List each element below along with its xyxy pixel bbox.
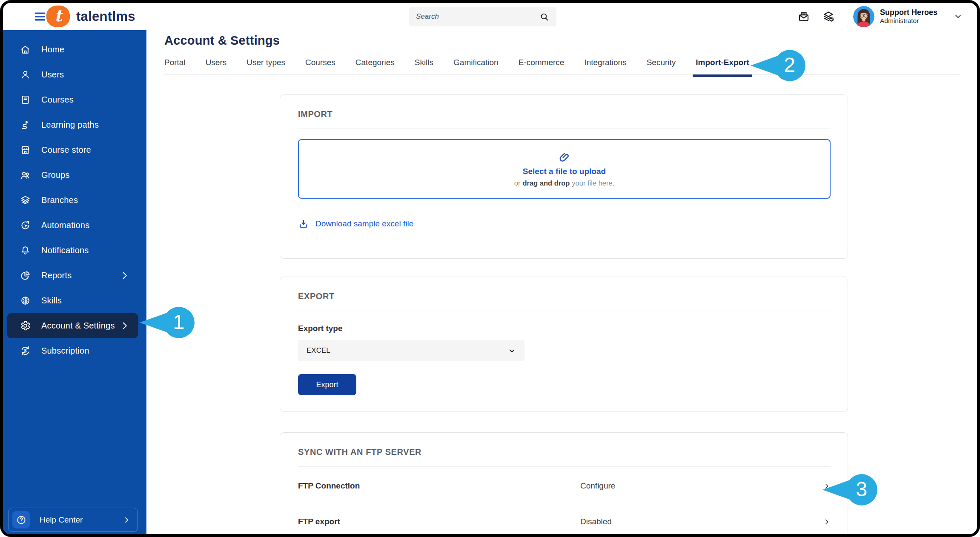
sidebar-item-learning-paths[interactable]: Learning paths <box>7 112 138 137</box>
sidebar-item-label: Branches <box>41 195 78 205</box>
tab-categories[interactable]: Categories <box>355 58 395 67</box>
sidebar-item-label: Learning paths <box>41 120 99 130</box>
import-card: IMPORT Select a file to upload or drag a… <box>280 94 848 259</box>
sidebar-item-label: Course store <box>41 145 91 155</box>
talentlms-logo-text: talentlms <box>76 9 135 24</box>
sidebar-item-reports[interactable]: Reports <box>7 263 138 288</box>
courses-icon <box>20 94 31 106</box>
tab-import-export[interactable]: Import-Export <box>696 58 749 67</box>
sidebar-nav: HomeUsersCoursesLearning pathsCourse sto… <box>3 30 146 363</box>
tab-security[interactable]: Security <box>647 58 676 67</box>
course-store-icon <box>20 144 31 156</box>
search-icon[interactable] <box>539 11 550 22</box>
topbar-actions: Support Heroes Administrator <box>797 3 977 30</box>
sidebar-item-groups[interactable]: Groups <box>7 163 138 188</box>
svg-text:$: $ <box>24 348 27 353</box>
tab-gamification[interactable]: Gamification <box>453 58 499 67</box>
sidebar-item-notifications[interactable]: Notifications <box>7 238 138 263</box>
sidebar-item-home[interactable]: Home <box>7 37 138 62</box>
ftp-rows: FTP ConnectionConfigureFTP exportDisable… <box>298 481 831 526</box>
sidebar-item-label: Notifications <box>41 246 89 255</box>
upload-hint-rest: your file here. <box>572 179 614 187</box>
search-bar[interactable] <box>409 7 556 26</box>
sidebar-item-label: Account & Settings <box>41 321 115 331</box>
search-input[interactable] <box>416 12 539 21</box>
branches-icon <box>20 194 31 206</box>
sidebar-item-label: Users <box>41 70 64 80</box>
tab-portal[interactable]: Portal <box>164 58 186 67</box>
user-identity: Support Heroes Administrator <box>880 8 948 25</box>
help-center-button[interactable]: Help Center <box>8 508 138 532</box>
sidebar-item-label: Automations <box>41 220 89 230</box>
user-profile-menu[interactable]: Support Heroes Administrator <box>847 3 977 30</box>
divider <box>298 466 831 467</box>
main-content: Account & Settings PortalUsersUser types… <box>146 30 977 534</box>
settings-icon <box>20 320 31 331</box>
file-dropzone[interactable]: Select a file to upload or drag and drop… <box>298 139 831 199</box>
export-button[interactable]: Export <box>298 374 356 395</box>
ftp-heading: SYNC WITH AN FTP SERVER <box>298 447 831 457</box>
screenshot-frame: t talentlms <box>0 0 980 537</box>
help-center-label: Help Center <box>40 515 83 525</box>
paperclip-icon <box>558 151 571 164</box>
tab-users[interactable]: Users <box>206 58 227 67</box>
ftp-row-ftp-export[interactable]: FTP exportDisabled <box>298 517 831 526</box>
sidebar-item-automations[interactable]: Automations <box>7 213 138 238</box>
talentlms-logo-icon: t <box>46 6 70 27</box>
tab-skills[interactable]: Skills <box>415 58 433 67</box>
sidebar-item-courses[interactable]: Courses <box>7 87 138 112</box>
tab-user-types[interactable]: User types <box>246 58 285 67</box>
ftp-row-label: FTP export <box>298 517 580 526</box>
chevron-right-icon[interactable] <box>822 518 831 526</box>
subscription-icon: $ <box>20 345 31 357</box>
tab-integrations[interactable]: Integrations <box>584 58 626 67</box>
groups-icon <box>20 169 31 181</box>
sidebar-item-branches[interactable]: Branches <box>7 188 138 213</box>
chevron-down-icon <box>508 347 516 355</box>
sidebar-item-account-settings[interactable]: Account & Settings <box>7 313 138 338</box>
cards-column: IMPORT Select a file to upload or drag a… <box>280 94 848 534</box>
automations-icon <box>20 220 31 231</box>
export-heading: EXPORT <box>298 291 831 301</box>
export-card: EXPORT Export type EXCEL Export <box>280 277 848 412</box>
home-icon <box>20 44 31 55</box>
sidebar-item-label: Skills <box>41 296 62 306</box>
help-icon <box>12 511 30 528</box>
divider <box>298 311 831 311</box>
upload-hint-or: or <box>514 179 521 187</box>
ftp-row-label: FTP Connection <box>298 481 580 491</box>
chevron-right-icon <box>119 270 130 281</box>
chevron-down-icon[interactable] <box>954 12 963 21</box>
topbar: t talentlms <box>3 3 977 30</box>
ftp-row-value: Disabled <box>580 517 822 526</box>
sidebar-item-users[interactable]: Users <box>7 62 138 87</box>
avatar <box>853 6 874 27</box>
talentlms-logo[interactable]: t talentlms <box>46 6 135 27</box>
tab-courses[interactable]: Courses <box>305 58 335 67</box>
tab-e-commerce[interactable]: E-commerce <box>519 58 565 67</box>
user-name: Support Heroes <box>880 8 948 17</box>
upload-link[interactable]: Select a file to upload <box>523 167 606 176</box>
download-sample-link[interactable]: Download sample excel file <box>298 218 413 229</box>
reports-icon <box>20 270 31 281</box>
sidebar-item-subscription[interactable]: $Subscription <box>7 338 138 363</box>
sidebar-item-course-store[interactable]: Course store <box>7 137 138 163</box>
ftp-row-value: Configure <box>580 481 822 491</box>
ftp-row-ftp-connection[interactable]: FTP ConnectionConfigure <box>298 481 831 491</box>
sidebar-item-skills[interactable]: Skills <box>7 288 138 313</box>
export-type-select[interactable]: EXCEL <box>298 340 524 361</box>
sidebar-item-label: Home <box>41 45 64 54</box>
users-icon <box>20 69 31 80</box>
download-sample-label: Download sample excel file <box>315 219 413 229</box>
messages-icon[interactable] <box>797 10 810 23</box>
user-role: Administrator <box>880 17 948 25</box>
sidebar-item-label: Groups <box>41 170 70 180</box>
chevron-right-icon <box>122 516 131 524</box>
export-type-label: Export type <box>298 324 831 333</box>
branch-switcher-icon[interactable] <box>822 10 835 23</box>
sidebar-item-label: Subscription <box>41 346 89 356</box>
chevron-right-icon[interactable] <box>822 482 831 490</box>
upload-hint: or drag and drop your file here. <box>514 179 615 187</box>
divider <box>298 129 831 129</box>
notifications-icon <box>20 245 31 256</box>
